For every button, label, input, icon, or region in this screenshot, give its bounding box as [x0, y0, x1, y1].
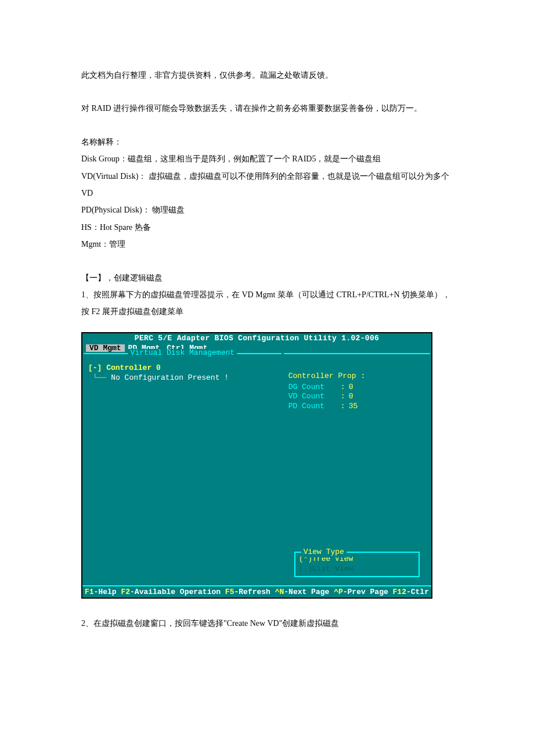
prop-dg-count: DG Count : 0: [288, 383, 425, 393]
key-f1: F1: [85, 588, 94, 596]
prop-pd-count: PD Count : 35: [288, 402, 425, 412]
key-p: ^P: [334, 588, 343, 596]
key-f2-text: -Available Operation: [130, 588, 225, 596]
term-dg: Disk Group：磁盘组，这里相当于是阵列，例如配置了一个 RAID5，就是…: [81, 150, 453, 167]
prop-val: 35: [349, 402, 358, 412]
view-type-box: View Type (*)Tree View ( )List View: [294, 552, 420, 577]
key-f2: F2: [121, 588, 130, 596]
prop-sep: :: [341, 402, 349, 412]
prop-val: 0: [349, 383, 353, 393]
prop-label: DG Count: [288, 383, 341, 393]
prop-val: 0: [349, 392, 353, 402]
key-p-text: -Prev Page: [343, 588, 393, 596]
section-1-heading: 【一】，创建逻辑磁盘: [81, 269, 453, 286]
bios-title: PERC 5/E Adapter BIOS Configuration Util…: [82, 333, 431, 343]
controller-tree: [-] Controller 0 No Configuration Presen…: [84, 354, 282, 383]
prop-label: VD Count: [288, 392, 341, 402]
prop-label: PD Count: [288, 402, 341, 412]
tree-controller[interactable]: [-] Controller 0: [88, 363, 277, 373]
view-type-title: View Type: [301, 548, 347, 557]
view-type-list[interactable]: ( )List View: [299, 564, 415, 574]
bios-left-pane: Virtual Disk Management [-] Controller 0…: [84, 353, 282, 585]
prop-sep: :: [341, 383, 349, 393]
term-pd: PD(Physical Disk)： 物理磁盘: [81, 201, 453, 218]
controller-props: Controller Prop : DG Count : 0 VD Count …: [284, 354, 430, 412]
prop-sep: :: [341, 392, 349, 402]
bios-right-pane: Controller Prop : DG Count : 0 VD Count …: [284, 353, 430, 585]
step-2: 2、在虚拟磁盘创建窗口，按回车键选择"Create New VD"创建新虚拟磁盘: [81, 615, 453, 632]
warning-text: 对 RAID 进行操作很可能会导致数据丢失，请在操作之前务必将重要数据妥善备份，…: [81, 100, 453, 117]
key-f1-text: -Help: [94, 588, 121, 596]
bios-footer: F1-Help F2-Available Operation F5-Refres…: [82, 585, 431, 597]
bios-screenshot: PERC 5/E Adapter BIOS Configuration Util…: [81, 332, 432, 599]
key-f12: F12: [393, 588, 406, 596]
left-section-label: Virtual Disk Management: [128, 349, 237, 357]
term-mgmt: Mgmt：管理: [81, 236, 453, 253]
key-n-text: -Next Page: [284, 588, 334, 596]
term-hs: HS：Hot Spare 热备: [81, 219, 453, 236]
key-f12-text: -Ctlr: [406, 588, 429, 596]
document-page: 此文档为自行整理，非官方提供资料，仅供参考。疏漏之处敬请反馈。 对 RAID 进…: [0, 0, 534, 756]
key-f5-text: -Refresh: [234, 588, 275, 596]
step-1: 1、按照屏幕下方的虚拟磁盘管理器提示，在 VD Mgmt 菜单（可以通过 CTR…: [81, 286, 453, 321]
key-f5: F5: [225, 588, 234, 596]
term-vd: VD(Virtual Disk)： 虚拟磁盘，虚拟磁盘可以不使用阵列的全部容量，…: [81, 168, 453, 202]
key-n: ^N: [275, 588, 284, 596]
bios-body: Virtual Disk Management [-] Controller 0…: [82, 353, 431, 585]
tree-no-config: No Configuration Present !: [93, 373, 277, 383]
props-title: Controller Prop :: [288, 372, 425, 381]
terms-heading: 名称解释：: [81, 134, 453, 150]
intro-text: 此文档为自行整理，非官方提供资料，仅供参考。疏漏之处敬请反馈。: [81, 67, 453, 84]
prop-vd-count: VD Count : 0: [288, 392, 425, 402]
tab-vd-mgmt[interactable]: VD Mgmt: [86, 344, 125, 352]
